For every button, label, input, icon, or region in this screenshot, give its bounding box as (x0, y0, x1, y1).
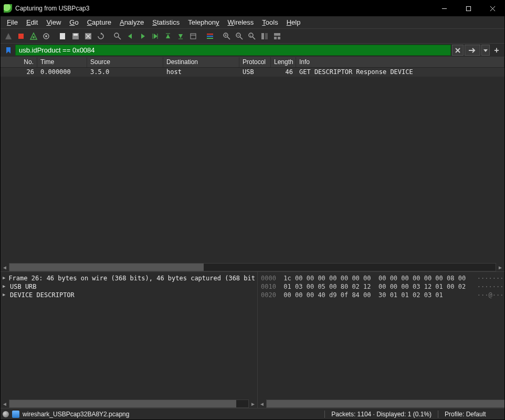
apply-filter-button[interactable] (465, 45, 480, 56)
colorize-icon[interactable] (204, 30, 216, 42)
cell-source: 3.5.0 (87, 68, 163, 77)
menu-tools[interactable]: Tools (258, 17, 282, 27)
bottom-panels: ▶ Frame 26: 46 bytes on wire (368 bits),… (1, 271, 504, 408)
hex-hscroll[interactable]: ◄ ► (258, 400, 505, 408)
expert-info-icon[interactable] (3, 411, 9, 417)
find-icon[interactable] (112, 30, 123, 42)
menu-capture[interactable]: Capture (83, 17, 115, 27)
status-packets: Packets: 1104 · Displayed: 1 (0.1%) (331, 411, 432, 418)
packet-rows: 26 0.000000 3.5.0 host USB 46 GET DESCRI… (1, 68, 504, 263)
hex-body[interactable]: 0000 1c 00 00 00 00 00 00 00 00 00 00 00… (258, 272, 505, 400)
scroll-right-icon[interactable]: ► (249, 400, 257, 408)
open-file-icon[interactable] (57, 30, 69, 42)
window-title: Capturing from USBPcap3 (15, 5, 432, 12)
scroll-left-icon[interactable]: ◄ (1, 263, 9, 271)
menu-wireless[interactable]: Wireless (224, 17, 258, 27)
scroll-left-icon[interactable]: ◄ (1, 400, 9, 408)
details-pane: ▶ Frame 26: 46 bytes on wire (368 bits),… (1, 272, 258, 408)
svg-line-15 (118, 37, 121, 39)
menu-telephony[interactable]: Telephony (184, 17, 223, 27)
svg-point-14 (114, 33, 119, 37)
svg-rect-20 (191, 34, 196, 39)
svg-point-7 (45, 35, 47, 37)
svg-line-26 (227, 37, 230, 39)
status-profile[interactable]: Profile: Default (445, 411, 502, 418)
menu-help[interactable]: Help (282, 17, 305, 27)
details-hscroll[interactable]: ◄ ► (1, 400, 257, 408)
next-icon[interactable] (137, 30, 149, 42)
goto-packet-icon[interactable] (150, 30, 161, 42)
tree-usb-urb[interactable]: ▶ USB URB (2, 282, 256, 291)
menu-view[interactable]: View (42, 17, 65, 27)
close-file-icon[interactable] (82, 30, 94, 42)
cell-info: GET DESCRIPTOR Response DEVICE (296, 68, 504, 77)
stop-capture-icon[interactable] (15, 30, 27, 42)
last-packet-icon[interactable] (175, 30, 186, 42)
save-file-icon[interactable] (70, 30, 81, 42)
expand-icon[interactable]: ▶ (3, 292, 9, 298)
reload-icon[interactable] (95, 30, 107, 42)
zoom-in-icon[interactable] (221, 30, 233, 42)
cell-time: 0.000000 (37, 68, 87, 77)
tree-devdesc-label: DEVICE DESCRIPTOR (10, 291, 75, 299)
menu-analyze[interactable]: Analyze (115, 17, 148, 27)
column-source[interactable]: Source (87, 57, 163, 67)
svg-rect-35 (261, 33, 264, 39)
scroll-left-icon[interactable]: ◄ (258, 400, 266, 408)
status-file-name[interactable]: wireshark_USBPcap32BA8Y2.pcapng (23, 411, 129, 418)
restart-capture-icon[interactable] (28, 30, 39, 42)
svg-rect-38 (274, 37, 277, 39)
hex-pane: 0000 1c 00 00 00 00 00 00 00 00 00 00 00… (258, 272, 505, 408)
packet-row[interactable]: 26 0.000000 3.5.0 host USB 46 GET DESCRI… (1, 68, 504, 77)
menu-go[interactable]: Go (65, 17, 82, 27)
wireshark-icon (4, 4, 12, 13)
expand-icon[interactable]: ▶ (3, 284, 9, 290)
capture-options-icon[interactable] (40, 30, 52, 42)
expand-icon[interactable]: ▶ (3, 275, 7, 281)
svg-rect-8 (60, 33, 65, 39)
packet-list: No. Time Source Destination Protocol Len… (1, 57, 504, 271)
svg-rect-1 (466, 6, 470, 10)
menu-statistics[interactable]: Statistics (148, 17, 184, 27)
zoom-out-icon[interactable] (234, 30, 245, 42)
scroll-right-icon[interactable]: ► (496, 263, 504, 271)
prev-icon[interactable] (124, 30, 136, 42)
column-protocol[interactable]: Protocol (239, 57, 271, 67)
packet-list-hscroll[interactable]: ◄ ► (1, 263, 504, 271)
tree-device-descriptor[interactable]: ▶ DEVICE DESCRIPTOR (2, 291, 256, 299)
svg-point-5 (33, 36, 35, 38)
tree-urb-label: USB URB (10, 283, 37, 290)
close-button[interactable] (480, 1, 504, 16)
tree-frame[interactable]: ▶ Frame 26: 46 bytes on wire (368 bits),… (2, 274, 256, 282)
menu-file[interactable]: File (3, 17, 22, 27)
column-time[interactable]: Time (37, 57, 87, 67)
zoom-reset-icon[interactable]: 1 (246, 30, 258, 42)
svg-rect-10 (73, 34, 78, 36)
add-filter-button[interactable]: + (491, 45, 502, 56)
menubar: File Edit View Go Capture Analyze Statis… (1, 16, 504, 29)
column-length[interactable]: Length (271, 57, 296, 67)
minimize-button[interactable] (432, 1, 456, 16)
layout-icon[interactable] (271, 30, 283, 42)
column-destination[interactable]: Destination (163, 57, 239, 67)
capture-file-icon[interactable] (12, 411, 19, 418)
packet-list-header: No. Time Source Destination Protocol Len… (1, 57, 504, 68)
first-packet-icon[interactable] (162, 30, 174, 42)
resize-columns-icon[interactable] (259, 30, 270, 42)
display-filter-input[interactable] (15, 45, 451, 56)
autoscroll-icon[interactable] (187, 30, 199, 42)
bookmark-filter-icon[interactable] (3, 45, 14, 56)
svg-rect-36 (265, 33, 268, 39)
svg-rect-4 (18, 34, 24, 39)
start-capture-icon[interactable] (3, 30, 14, 42)
tree-frame-label: Frame 26: 46 bytes on wire (368 bits), 4… (8, 275, 255, 282)
svg-rect-39 (278, 37, 280, 39)
titlebar: Capturing from USBPcap3 (1, 1, 504, 16)
cell-length: 46 (271, 68, 296, 77)
column-info[interactable]: Info (296, 57, 504, 67)
column-no[interactable]: No. (1, 57, 37, 67)
maximize-button[interactable] (456, 1, 480, 16)
menu-edit[interactable]: Edit (22, 17, 42, 27)
clear-filter-button[interactable] (452, 45, 464, 56)
filter-history-button[interactable] (481, 45, 490, 56)
